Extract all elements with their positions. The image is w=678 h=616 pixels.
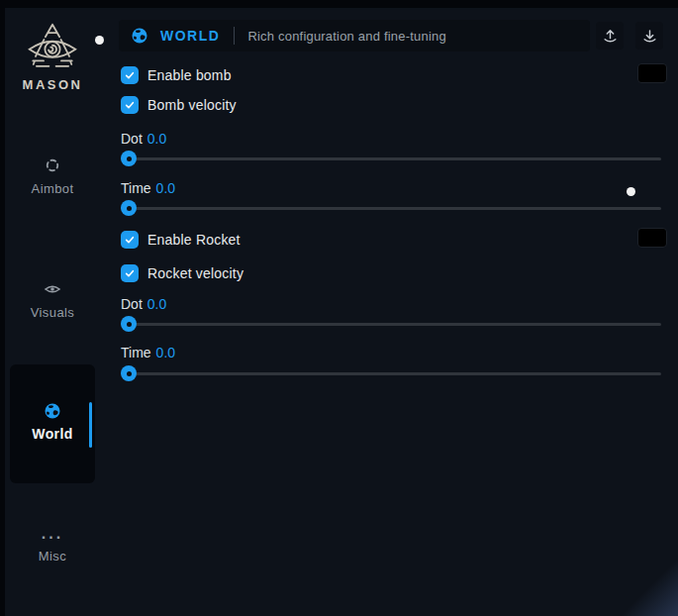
slider-thumb[interactable] [121,151,137,166]
checkbox-label: Rocket velocity [147,265,243,281]
enable-bomb-checkbox[interactable] [121,66,139,84]
sidebar-item-label: Misc [39,549,66,564]
slider-thumb[interactable] [121,365,137,381]
checkbox-label: Enable Rocket [147,232,241,248]
slider-name: Dot [121,131,143,147]
page-title: WORLD [160,28,220,44]
eye-icon [44,280,61,298]
rocket-velocity-checkbox[interactable] [121,264,139,282]
check-icon [124,99,136,111]
slider-thumb[interactable] [121,200,137,216]
slider-label-rocket-time: Time0.0 [121,345,175,360]
selected-indicator-bar [89,402,92,448]
header-divider [234,27,235,45]
mason-logo: MASON [5,22,100,92]
slider-name: Dot [121,296,143,312]
crosshair-icon [44,156,61,174]
sidebar-item-label: World [32,426,72,442]
checkbox-row-bomb-velocity: Bomb velocity [121,95,237,115]
globe-icon [44,402,61,420]
download-icon [641,28,658,45]
slider-value: 0.0 [156,180,175,196]
slider-label-bomb-time: Time0.0 [121,180,175,196]
upload-icon [602,28,619,45]
rocket-color-swatch[interactable] [637,228,667,248]
sidebar-item-world-selected[interactable]: World [10,364,95,483]
checkbox-row-rocket-velocity: Rocket velocity [121,263,243,283]
sidebar-item-label: Aimbot [32,181,74,196]
page-header: WORLD Rich configuration and fine-tuning [119,20,590,51]
sidebar-item-aimbot[interactable]: Aimbot [5,156,100,197]
slider-label-rocket-dot: Dot0.0 [121,296,166,312]
page-subtitle: Rich configuration and fine-tuning [247,29,445,44]
check-icon [124,234,136,246]
download-config-button[interactable] [635,22,663,50]
sidebar: MASON Aimbot Visuals Wo [5,8,114,616]
checkbox-row-enable-rocket: Enable Rocket [121,230,241,250]
slider-value: 0.0 [156,345,175,360]
enable-rocket-checkbox[interactable] [121,231,139,249]
masonic-eye-logo-icon [24,22,81,73]
slider-name: Time [121,180,151,196]
slider-thumb[interactable] [121,316,137,332]
upload-config-button[interactable] [596,22,624,50]
checkbox-label: Enable bomb [147,67,232,83]
bomb-velocity-checkbox[interactable] [121,96,139,114]
main-content: WORLD Rich configuration and fine-tuning… [119,20,661,604]
ellipsis-icon: ... [5,529,100,539]
rocket-time-slider[interactable] [121,372,661,375]
sidebar-item-world[interactable]: World [10,402,95,443]
bomb-color-swatch[interactable] [637,63,667,83]
bomb-time-slider[interactable] [121,207,661,210]
logo-text: MASON [5,77,100,92]
checkbox-row-enable-bomb: Enable bomb [121,65,232,85]
slider-value: 0.0 [147,131,166,147]
rocket-dot-slider[interactable] [121,323,661,326]
checkbox-label: Bomb velocity [147,97,237,113]
slider-label-bomb-dot: Dot0.0 [121,131,166,147]
globe-icon [131,27,148,45]
sidebar-item-misc[interactable]: ... Misc [5,529,100,565]
check-icon [124,267,136,279]
check-icon [124,69,136,81]
slider-value: 0.0 [147,296,166,312]
slider-name: Time [121,345,151,360]
sidebar-item-label: Visuals [31,305,74,320]
mason-app-window: MASON Aimbot Visuals Wo [5,8,678,616]
sidebar-item-visuals[interactable]: Visuals [5,280,100,321]
bomb-dot-slider[interactable] [121,157,661,160]
